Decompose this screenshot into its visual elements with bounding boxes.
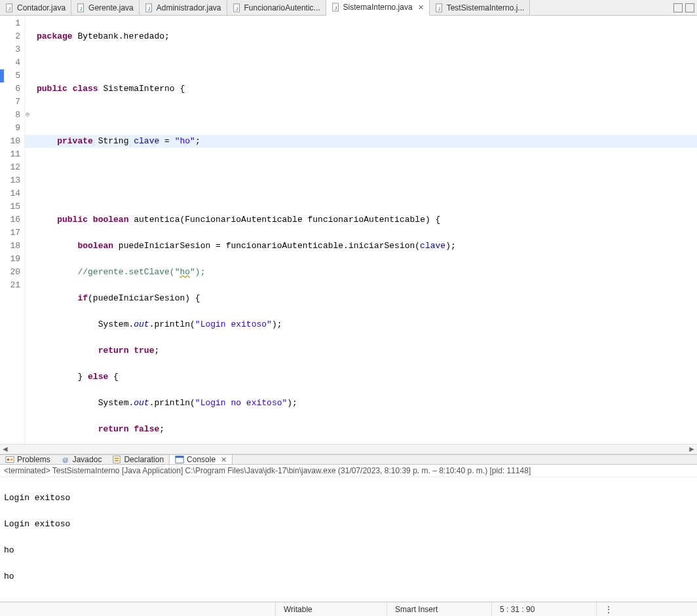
status-insert-mode: Smart Insert: [386, 602, 491, 616]
tab-funcionarioautentic[interactable]: J FuncionarioAutentic...: [227, 0, 326, 15]
tab-label: Declaration: [124, 455, 164, 464]
tab-testsistemainterno[interactable]: J TestSistemaInterno.j...: [430, 0, 531, 15]
svg-rect-16: [113, 456, 121, 463]
tab-label: FuncionarioAutentic...: [244, 3, 320, 12]
minimize-view-icon[interactable]: [673, 3, 683, 12]
status-tail: ⋮: [596, 602, 697, 616]
tab-label: Contador.java: [17, 3, 66, 12]
status-writable: Writable: [275, 602, 386, 616]
status-cursor-position: 5 : 31 : 90: [491, 602, 596, 616]
tab-administrador[interactable]: J Administrador.java: [140, 0, 227, 15]
svg-rect-18: [115, 460, 119, 462]
javadoc-icon: @: [61, 455, 70, 464]
console-line: ho: [4, 570, 693, 583]
status-empty: [0, 602, 275, 616]
java-file-icon: J: [5, 3, 14, 12]
code-editor[interactable]: 1 2 3 4 5 6 7 8 9 10 11 12 13 14 15 16 1…: [0, 16, 697, 444]
declaration-icon: [112, 455, 121, 464]
bottom-pane: Problems @ Javadoc Declaration Console ✕…: [0, 454, 697, 602]
editor-horizontal-scrollbar[interactable]: ◄ ►: [0, 444, 697, 454]
line-number-gutter: 1 2 3 4 5 6 7 8 9 10 11 12 13 14 15 16 1…: [0, 16, 25, 444]
console-header: <terminated> TestSistemaInterno [Java Ap…: [0, 465, 697, 477]
svg-text:@: @: [62, 456, 68, 463]
svg-rect-17: [115, 458, 119, 459]
svg-text:J: J: [79, 5, 82, 11]
scroll-right-icon[interactable]: ►: [687, 444, 697, 454]
code-content[interactable]: package Bytebank.heredado; public class …: [25, 16, 697, 444]
java-file-icon: J: [233, 3, 242, 12]
svg-text:J: J: [235, 5, 238, 11]
console-line: Login exitoso: [4, 518, 693, 531]
tab-contador[interactable]: J Contador.java: [0, 0, 71, 15]
java-file-icon: J: [435, 3, 444, 12]
svg-text:J: J: [8, 5, 10, 11]
svg-point-13: [7, 458, 10, 461]
java-file-icon: J: [145, 3, 154, 12]
svg-text:J: J: [334, 5, 337, 11]
tab-label: Javadoc: [73, 455, 102, 464]
tab-label: TestSistemaInterno.j...: [447, 3, 525, 12]
tab-label: SistemaInterno.java: [343, 3, 413, 12]
bottom-tab-bar: Problems @ Javadoc Declaration Console ✕: [0, 455, 697, 465]
status-bar: Writable Smart Insert 5 : 31 : 90 ⋮: [0, 602, 697, 616]
close-icon[interactable]: ✕: [418, 3, 424, 12]
console-icon: [175, 455, 184, 464]
console-line: Login exitoso: [4, 492, 693, 505]
tab-gerente[interactable]: J Gerente.java: [71, 0, 140, 15]
console-output[interactable]: Login exitoso Login exitoso ho ho: [0, 477, 697, 611]
tab-label: Administrador.java: [157, 3, 221, 12]
scroll-left-icon[interactable]: ◄: [0, 444, 10, 454]
svg-text:J: J: [147, 5, 150, 11]
tab-label: Gerente.java: [88, 3, 134, 12]
java-file-icon: J: [77, 3, 86, 12]
editor-tab-bar: J Contador.java J Gerente.java J Adminis…: [0, 0, 697, 16]
svg-text:J: J: [438, 5, 440, 11]
tab-console[interactable]: Console ✕: [169, 455, 233, 464]
svg-point-14: [10, 458, 13, 461]
maximize-view-icon[interactable]: [685, 3, 694, 12]
tab-javadoc[interactable]: @ Javadoc: [56, 455, 107, 464]
java-file-icon: J: [331, 3, 341, 12]
problems-icon: [5, 455, 14, 464]
svg-rect-20: [176, 456, 183, 458]
tab-problems[interactable]: Problems: [0, 455, 56, 464]
tab-label: Problems: [17, 455, 50, 464]
console-line: ho: [4, 544, 693, 557]
tab-sistemainterno[interactable]: J SistemaInterno.java ✕: [326, 0, 430, 16]
tab-declaration[interactable]: Declaration: [107, 455, 169, 464]
close-icon[interactable]: ✕: [221, 456, 227, 464]
tab-label: Console: [187, 455, 216, 464]
